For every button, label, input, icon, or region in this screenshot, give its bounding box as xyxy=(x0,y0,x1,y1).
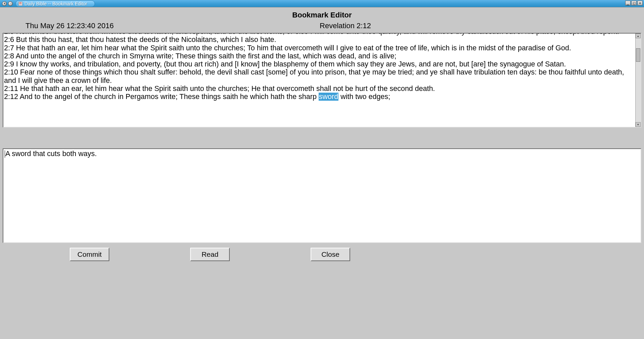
scroll-thumb[interactable] xyxy=(636,48,640,62)
verse-2-11: 2:11 He that hath an ear, let him hear w… xyxy=(4,85,435,93)
window-titlebar: ▾ ◦ 田 Daily Bible -- Bookmark Editor ▁ ◱… xyxy=(0,0,644,7)
window-title: Daily Bible -- Bookmark Editor xyxy=(24,1,87,6)
read-button[interactable]: Read xyxy=(190,248,230,261)
commit-button-label: Commit xyxy=(77,250,102,258)
verse-2-8: 2:8 And unto the angel of the church in … xyxy=(4,52,396,60)
scripture-text[interactable]: 2:5 Remember therefore from whence thou … xyxy=(4,33,635,101)
verse-2-9: 2:9 I know thy works, and tribulation, a… xyxy=(4,60,566,68)
scripture-scrollbar[interactable]: ▴ ▾ xyxy=(635,34,641,127)
close-button[interactable]: Close xyxy=(311,248,350,261)
bookmark-date: Thu May 26 12:23:40 2016 xyxy=(0,21,114,30)
page-title: Bookmark Editor xyxy=(0,7,644,19)
bookmark-reference: Revelation 2:12 xyxy=(114,21,644,30)
read-button-label: Read xyxy=(202,250,218,258)
scroll-track[interactable] xyxy=(636,38,641,122)
close-window-button[interactable]: ✕ xyxy=(637,1,643,5)
scripture-pane[interactable]: 2:5 Remember therefore from whence thou … xyxy=(3,33,641,128)
header-row: Thu May 26 12:23:40 2016 Revelation 2:12 xyxy=(0,19,644,33)
verse-2-7: 2:7 He that hath an ear, let him hear wh… xyxy=(4,44,571,52)
maximize-button[interactable]: ◱ xyxy=(631,1,637,5)
verse-2-6: 2:6 But this thou hast, that thou hatest… xyxy=(4,36,276,44)
scroll-up-icon[interactable]: ▴ xyxy=(636,34,641,38)
window-menu-button[interactable]: ▾ xyxy=(2,1,7,6)
button-row: Commit Read Close xyxy=(0,243,644,262)
titlebar-right-controls: ▁ ◱ ✕ xyxy=(625,1,643,5)
close-button-label: Close xyxy=(321,250,339,258)
minimize-button[interactable]: ▁ xyxy=(625,1,631,5)
titlebar-left-controls: ▾ ◦ xyxy=(0,1,13,6)
window-title-tab: 田 Daily Bible -- Bookmark Editor xyxy=(15,0,95,7)
verse-2-12-post: with two edges; xyxy=(338,93,390,101)
highlighted-word: sword xyxy=(319,93,338,101)
app-icon: 田 xyxy=(18,2,22,6)
content-area: Bookmark Editor Thu May 26 12:23:40 2016… xyxy=(0,7,644,262)
note-text: A sword that cuts both ways. xyxy=(5,150,97,158)
verse-2-10: 2:10 Fear none of those things which tho… xyxy=(4,68,624,84)
verse-2-5: 2:5 Remember therefore from whence thou … xyxy=(4,33,619,36)
text-cursor xyxy=(5,150,5,158)
window-shade-button[interactable]: ◦ xyxy=(8,1,13,6)
pane-gap xyxy=(0,128,644,148)
commit-button[interactable]: Commit xyxy=(70,248,109,261)
scroll-down-icon[interactable]: ▾ xyxy=(636,122,641,127)
verse-2-12-pre: 2:12 And to the angel of the church in P… xyxy=(4,93,319,101)
note-pane[interactable]: A sword that cuts both ways. xyxy=(3,148,641,243)
